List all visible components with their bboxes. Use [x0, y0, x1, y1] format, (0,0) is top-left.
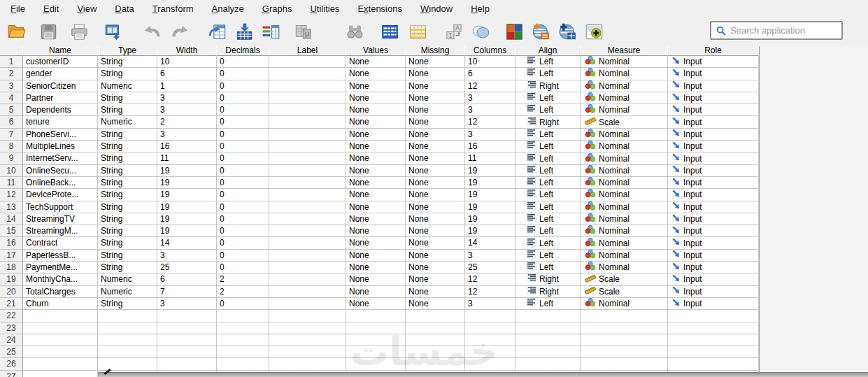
- cell-align[interactable]: Left: [515, 298, 581, 310]
- grid-cell-empty[interactable]: [465, 358, 515, 370]
- search-input[interactable]: [729, 24, 839, 36]
- cell-measure[interactable]: Nominal: [581, 104, 668, 116]
- grid-cell-empty[interactable]: [581, 310, 668, 322]
- cell-values[interactable]: None: [346, 189, 406, 201]
- cell-decimals[interactable]: 0: [217, 104, 269, 116]
- search-box[interactable]: [710, 21, 843, 40]
- cell-decimals[interactable]: 0: [217, 225, 269, 237]
- cell-values[interactable]: None: [346, 250, 406, 262]
- undo-button[interactable]: [140, 20, 164, 44]
- row-number[interactable]: 22: [0, 310, 23, 322]
- row-number[interactable]: 9: [0, 152, 23, 164]
- cell-role[interactable]: Input: [668, 92, 759, 104]
- row-number[interactable]: 24: [0, 334, 23, 346]
- cell-measure[interactable]: Nominal: [581, 213, 668, 225]
- cell-role[interactable]: Input: [668, 286, 759, 298]
- grid-cell-empty[interactable]: [406, 334, 465, 346]
- cell-decimals[interactable]: 0: [217, 56, 269, 68]
- cell-name[interactable]: Contract: [23, 237, 98, 249]
- row-number[interactable]: 6: [0, 116, 23, 128]
- cell-align[interactable]: Right: [515, 273, 581, 285]
- cell-missing[interactable]: None: [406, 152, 465, 164]
- grid-cell-empty[interactable]: [157, 322, 217, 334]
- cell-name[interactable]: PaymentMe...: [23, 262, 98, 273]
- grid-cell-empty[interactable]: [465, 322, 515, 334]
- custom-tables-button[interactable]: [555, 20, 579, 44]
- menu-transform[interactable]: Transform: [143, 1, 203, 17]
- grid-cell-empty[interactable]: [668, 346, 759, 358]
- cell-width[interactable]: 14: [157, 237, 217, 249]
- cell-name[interactable]: PaperlessB...: [23, 250, 98, 262]
- cell-columns[interactable]: 16: [465, 141, 515, 152]
- cell-decimals[interactable]: 0: [217, 250, 269, 262]
- cell-missing[interactable]: None: [406, 80, 465, 92]
- grid-cell-empty[interactable]: [217, 310, 269, 322]
- value-labels-button[interactable]: A1: [442, 20, 466, 44]
- cell-missing[interactable]: None: [406, 92, 465, 104]
- cell-measure[interactable]: Nominal: [581, 177, 668, 189]
- cell-decimals[interactable]: 0: [217, 68, 269, 80]
- column-header-decimals[interactable]: Decimals: [217, 46, 269, 56]
- cell-width[interactable]: 19: [157, 189, 217, 201]
- grid-cell-empty[interactable]: [346, 322, 406, 334]
- cell-missing[interactable]: None: [406, 104, 465, 116]
- cell-decimals[interactable]: 0: [217, 213, 269, 225]
- cell-align[interactable]: Left: [515, 237, 581, 249]
- row-number[interactable]: 14: [0, 213, 23, 225]
- grid-cell-empty[interactable]: [23, 346, 98, 358]
- row-number[interactable]: 20: [0, 286, 23, 298]
- cell-values[interactable]: None: [346, 165, 406, 177]
- cell-values[interactable]: None: [346, 225, 406, 237]
- grid-cell-empty[interactable]: [269, 310, 346, 322]
- cell-role[interactable]: Input: [668, 273, 759, 285]
- row-number[interactable]: 4: [0, 92, 23, 104]
- cell-measure[interactable]: Nominal: [581, 189, 668, 201]
- cell-role[interactable]: Input: [668, 189, 759, 201]
- cell-columns[interactable]: 3: [465, 129, 515, 141]
- cell-role[interactable]: Input: [668, 165, 759, 177]
- cell-role[interactable]: Input: [668, 237, 759, 249]
- grid-cell-empty[interactable]: [98, 334, 157, 346]
- cell-decimals[interactable]: 0: [217, 152, 269, 164]
- grid-cell-empty[interactable]: [23, 322, 98, 334]
- custom-dialogs-button[interactable]: [529, 20, 553, 44]
- cell-align[interactable]: Left: [515, 250, 581, 262]
- cell-values[interactable]: None: [346, 298, 406, 310]
- cell-role[interactable]: Input: [668, 129, 759, 141]
- cell-values[interactable]: None: [346, 56, 406, 68]
- cell-values[interactable]: None: [346, 141, 406, 152]
- cell-label[interactable]: [269, 286, 346, 298]
- cell-label[interactable]: [269, 225, 346, 237]
- column-header-values[interactable]: Values: [346, 46, 406, 56]
- menu-file[interactable]: File: [1, 1, 34, 17]
- split-file-button[interactable]: [378, 20, 401, 44]
- grid-cell-empty[interactable]: [581, 346, 668, 358]
- cell-role[interactable]: Input: [668, 177, 759, 189]
- cell-label[interactable]: [269, 177, 346, 189]
- grid-cell-empty[interactable]: [515, 334, 581, 346]
- cell-name[interactable]: StreamingTV: [23, 213, 98, 225]
- cell-type[interactable]: String: [98, 262, 157, 273]
- cell-missing[interactable]: None: [406, 141, 465, 152]
- cell-width[interactable]: 6: [157, 273, 217, 285]
- cell-values[interactable]: None: [346, 213, 406, 225]
- cell-label[interactable]: [269, 92, 346, 104]
- cell-values[interactable]: None: [346, 129, 406, 141]
- grid-cell-empty[interactable]: [98, 310, 157, 322]
- cell-role[interactable]: Input: [668, 152, 759, 164]
- cell-measure[interactable]: Nominal: [581, 237, 668, 249]
- column-header-type[interactable]: Type: [98, 46, 157, 56]
- cell-missing[interactable]: None: [406, 165, 465, 177]
- cell-width[interactable]: 19: [157, 225, 217, 237]
- cell-missing[interactable]: None: [406, 56, 465, 68]
- cell-measure[interactable]: Nominal: [581, 165, 668, 177]
- row-number[interactable]: 12: [0, 189, 23, 201]
- grid-cell-empty[interactable]: [23, 334, 98, 346]
- cell-values[interactable]: None: [346, 152, 406, 164]
- cell-type[interactable]: Numeric: [98, 116, 157, 128]
- cell-align[interactable]: Left: [515, 104, 581, 116]
- save-button[interactable]: [36, 20, 60, 44]
- cell-align[interactable]: Left: [515, 165, 581, 177]
- use-variable-sets-button[interactable]: [469, 20, 492, 44]
- cell-columns[interactable]: 12: [465, 116, 515, 128]
